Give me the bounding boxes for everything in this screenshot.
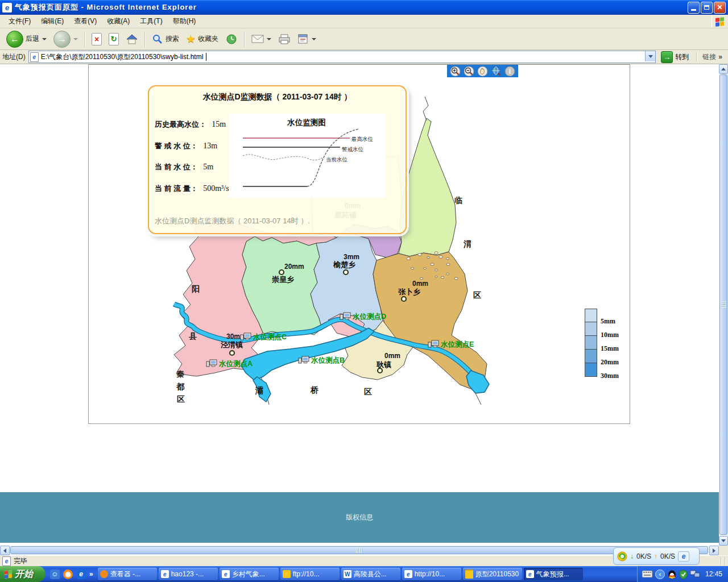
links-chevron-icon: » <box>718 53 722 61</box>
menu-favorites[interactable]: 收藏(A) <box>102 15 135 28</box>
task-ftp[interactable]: ⚡ ftp://10... <box>280 568 340 580</box>
menu-file[interactable]: 文件(F) <box>3 15 36 28</box>
vertical-scrollbar[interactable] <box>719 64 728 546</box>
task-http[interactable]: e http://10... <box>402 568 461 580</box>
pan-hand-icon[interactable] <box>477 66 488 77</box>
tray-chevron-icon[interactable]: ‹ <box>655 569 665 579</box>
current-level-line <box>243 155 324 160</box>
info-icon[interactable]: i <box>504 66 515 77</box>
download-arrow-icon: ↓ <box>630 552 634 560</box>
scroll-up-button[interactable] <box>719 64 728 74</box>
print-button[interactable] <box>275 32 293 46</box>
legend-swatch <box>585 336 597 350</box>
forward-dropdown-icon[interactable] <box>73 38 78 40</box>
region-northeast[interactable] <box>399 118 456 256</box>
keyboard-icon[interactable] <box>642 571 652 577</box>
edit-dropdown-icon[interactable] <box>312 38 316 40</box>
station-a[interactable]: 水位测点A <box>206 360 253 368</box>
svg-text:水位测点A: 水位测点A <box>218 360 253 368</box>
traffic-monitor-widget[interactable]: ↓ 0K/S ↑ 0K/S e <box>613 547 700 565</box>
scroll-left-button[interactable] <box>0 546 10 555</box>
field-warning-level: 警 戒 水 位： 13m <box>155 141 217 151</box>
mail-dropdown-icon[interactable] <box>267 38 271 40</box>
status-separator <box>721 557 722 565</box>
annotation-max: 最高水位 <box>351 136 374 142</box>
task-weather-prototype[interactable]: e 气象预报... <box>524 568 583 580</box>
task-buttons: 查看器 -... e hao123 -... e 乡村气象... ⚡ ftp:/… <box>98 568 637 580</box>
address-dropdown-button[interactable] <box>645 51 655 61</box>
search-button[interactable]: 搜索 <box>149 32 182 46</box>
messenger-icon[interactable]: ☺ <box>50 569 60 579</box>
back-dropdown-icon[interactable] <box>42 38 47 40</box>
district-label: 区 <box>364 387 372 396</box>
vertical-scroll-thumb[interactable] <box>719 74 727 535</box>
zoom-in-icon[interactable] <box>450 66 461 77</box>
home-button[interactable] <box>123 32 141 47</box>
field-label: 当 前 流 量： <box>155 184 198 193</box>
station-d[interactable]: 水位测点D <box>340 313 386 321</box>
menu-help[interactable]: 帮助(H) <box>168 15 201 28</box>
station-b[interactable]: 水位测点B <box>299 356 345 364</box>
task-folder[interactable]: 原型20110530 <box>463 568 522 580</box>
favorites-button[interactable]: ★ 收藏夹 <box>183 31 221 47</box>
scroll-right-button[interactable] <box>709 546 719 555</box>
links-button[interactable]: 链接 » <box>702 52 726 62</box>
chart-title: 水位监测图 <box>287 118 326 127</box>
qq-icon[interactable] <box>668 569 676 579</box>
legend-swatch <box>585 322 597 336</box>
go-button[interactable]: → 转到 <box>659 51 691 64</box>
zoom-world-icon[interactable] <box>491 66 502 77</box>
security-shield-icon[interactable] <box>679 569 688 579</box>
task-label: ftp://10... <box>293 570 320 578</box>
task-rural-weather[interactable]: e 乡村气象... <box>220 568 279 580</box>
popup-footer-text: 水位测点D测点监测数据（ 2011-03-07 14时 ）. <box>155 216 310 226</box>
station-e[interactable]: 水位测点E <box>428 340 474 348</box>
clock[interactable]: 12:45 <box>705 570 722 578</box>
address-input[interactable]: e E:\气象台\原型20110530\原型20110530\swyb-list… <box>28 51 656 63</box>
river-pool <box>466 371 489 393</box>
network-icon[interactable] <box>690 570 700 578</box>
restore-button[interactable] <box>701 2 713 14</box>
close-button[interactable]: ✕ <box>714 2 726 14</box>
forward-button[interactable]: → <box>51 30 81 49</box>
zoom-out-icon[interactable] <box>464 66 474 77</box>
start-button[interactable]: 开始 <box>0 566 46 582</box>
task-viewer[interactable]: 查看器 -... <box>98 568 157 580</box>
task-hao123[interactable]: e hao123 -... <box>159 568 218 580</box>
ie-icon: e <box>161 570 169 578</box>
field-current-flow: 当 前 流 量： 500m³/s <box>155 184 229 194</box>
district-label: 灞 <box>255 386 263 395</box>
mail-icon <box>251 35 264 44</box>
media-app-icon[interactable]: ◉ <box>63 569 73 579</box>
edit-button[interactable] <box>295 32 319 46</box>
scroll-down-button[interactable] <box>719 536 728 546</box>
history-button[interactable] <box>222 32 241 47</box>
copyright-text: 版权信息 <box>346 513 373 522</box>
svg-text:20mm: 20mm <box>284 263 304 271</box>
ie-launch-icon[interactable]: e <box>76 569 86 579</box>
go-label: 转到 <box>675 52 689 62</box>
svg-text:榆楚乡: 榆楚乡 <box>333 260 355 269</box>
windows-logo-icon <box>712 15 727 28</box>
ie-icon: e <box>526 570 534 578</box>
stop-button[interactable]: × <box>89 32 105 47</box>
horizontal-scroll-thumb[interactable] <box>10 546 708 554</box>
upload-arrow-icon: ↑ <box>654 552 657 560</box>
quick-launch-chevron-icon[interactable]: » <box>89 570 93 578</box>
menu-edit[interactable]: 编辑(E) <box>36 15 69 28</box>
minimize-button[interactable] <box>688 2 700 14</box>
svg-text:水位测点C: 水位测点C <box>253 333 287 341</box>
field-value: 5m <box>203 163 213 171</box>
menu-view[interactable]: 查看(V) <box>69 15 102 28</box>
back-button[interactable]: ← 后退 <box>3 30 49 49</box>
station-data-popup[interactable]: 水位测点D监测数据（ 2011-03-07 14时 ） 历史最高水位： 15m … <box>148 85 407 234</box>
mail-button[interactable] <box>249 34 274 45</box>
svg-text:3mm: 3mm <box>344 253 359 261</box>
svg-text:张卜乡: 张卜乡 <box>398 288 420 296</box>
menu-tools[interactable]: 工具(T) <box>135 15 167 28</box>
horizontal-scrollbar[interactable] <box>0 546 719 555</box>
task-word-doc[interactable]: W 高陵县公... <box>341 568 400 580</box>
refresh-button[interactable]: ↻ <box>106 32 122 47</box>
station-c[interactable]: 水位测点C <box>241 333 287 341</box>
status-text: 完毕 <box>14 556 27 566</box>
